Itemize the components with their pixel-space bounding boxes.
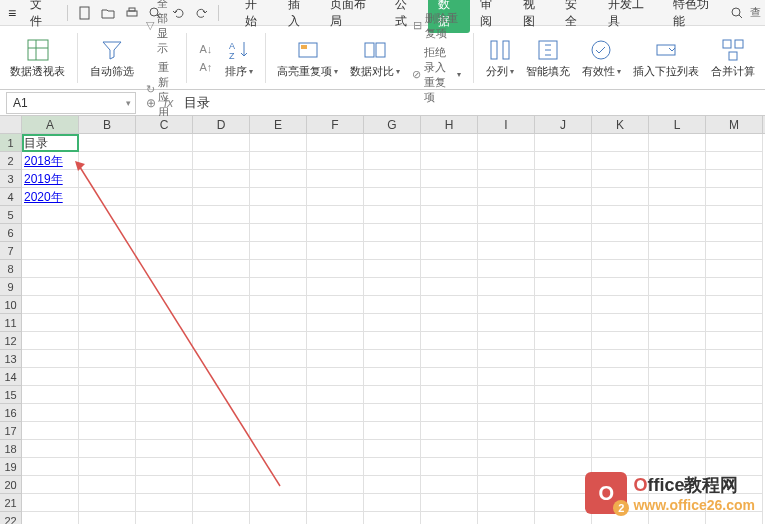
cell[interactable] [22,332,79,350]
cell[interactable] [79,440,136,458]
cell[interactable] [193,332,250,350]
cell[interactable] [592,134,649,152]
column-header[interactable]: B [79,116,136,133]
cell[interactable] [136,134,193,152]
show-all-button[interactable]: ▽全部显示 [144,0,177,57]
cell[interactable] [535,206,592,224]
cell[interactable] [421,476,478,494]
cell[interactable] [193,314,250,332]
cell[interactable] [250,314,307,332]
cell[interactable] [706,350,763,368]
cell[interactable] [136,350,193,368]
cell[interactable] [307,350,364,368]
cell[interactable] [592,458,649,476]
cell[interactable] [307,440,364,458]
cell[interactable] [592,440,649,458]
column-header[interactable]: H [421,116,478,133]
cell[interactable] [193,206,250,224]
cell[interactable] [307,260,364,278]
cell[interactable] [79,134,136,152]
cell[interactable] [79,188,136,206]
cell[interactable] [136,206,193,224]
cell[interactable] [592,494,649,512]
search-icon[interactable] [730,5,745,21]
row-header[interactable]: 19 [0,458,21,476]
cell[interactable] [193,440,250,458]
row-header[interactable]: 13 [0,350,21,368]
cell[interactable] [250,350,307,368]
reapply-button[interactable]: ↻重新应用 [144,59,177,121]
cell[interactable] [250,458,307,476]
row-header[interactable]: 2 [0,152,21,170]
cell[interactable] [250,440,307,458]
row-header[interactable]: 8 [0,260,21,278]
formula-content[interactable]: 目录 [178,94,765,112]
cell[interactable] [478,278,535,296]
cell[interactable] [649,422,706,440]
cell[interactable] [307,296,364,314]
cell[interactable] [193,242,250,260]
column-header[interactable]: E [250,116,307,133]
name-box[interactable]: A1 ▾ [6,92,136,114]
cell[interactable] [478,440,535,458]
cell[interactable] [22,512,79,524]
column-header[interactable]: M [706,116,763,133]
cell[interactable] [478,170,535,188]
file-menu[interactable]: 文件 [22,0,61,32]
cell[interactable] [22,458,79,476]
cell[interactable] [364,332,421,350]
cell[interactable] [478,422,535,440]
cell[interactable] [649,134,706,152]
cell[interactable] [136,512,193,524]
cell[interactable] [535,422,592,440]
cell[interactable] [649,188,706,206]
cell[interactable] [649,458,706,476]
row-header[interactable]: 21 [0,494,21,512]
cell[interactable] [22,476,79,494]
cell[interactable] [649,440,706,458]
fx-icon[interactable]: fx [160,96,178,110]
cell[interactable] [706,494,763,512]
cell[interactable] [136,422,193,440]
cell[interactable] [535,350,592,368]
sort-desc-button[interactable]: A↑ [197,59,215,75]
cell[interactable] [364,368,421,386]
row-header[interactable]: 14 [0,368,21,386]
cell[interactable] [421,422,478,440]
cell[interactable] [421,260,478,278]
cell[interactable]: 2020年 [22,188,79,206]
cell[interactable] [307,242,364,260]
cell[interactable] [79,422,136,440]
cell[interactable] [79,224,136,242]
cell[interactable] [136,314,193,332]
cell[interactable] [193,152,250,170]
cell[interactable] [250,368,307,386]
cell[interactable] [364,296,421,314]
cell[interactable] [79,170,136,188]
cell[interactable] [706,458,763,476]
cell[interactable] [136,332,193,350]
row-header[interactable]: 3 [0,170,21,188]
cell[interactable] [535,458,592,476]
cell[interactable] [22,422,79,440]
cell[interactable] [706,152,763,170]
cell[interactable] [421,278,478,296]
cell[interactable] [307,224,364,242]
cell[interactable] [478,206,535,224]
cell[interactable] [592,422,649,440]
hamburger-icon[interactable]: ≡ [4,5,20,21]
cell[interactable] [535,332,592,350]
cell[interactable] [706,386,763,404]
cell[interactable] [193,458,250,476]
cell[interactable] [79,386,136,404]
validation-button[interactable]: 有效性▾ [580,29,623,87]
cell[interactable] [421,350,478,368]
cell[interactable] [706,224,763,242]
cell[interactable] [79,368,136,386]
cell[interactable] [79,152,136,170]
cell[interactable] [649,368,706,386]
cell[interactable] [421,206,478,224]
cell[interactable] [364,350,421,368]
cell[interactable] [136,296,193,314]
cell[interactable] [478,386,535,404]
